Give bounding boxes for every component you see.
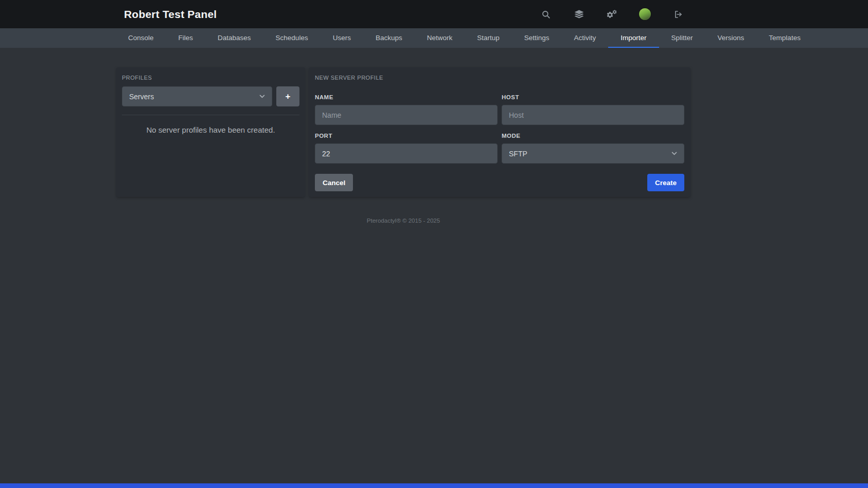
new-profile-form: NAME HOST PORT MODE SFTP xyxy=(315,94,684,164)
chevron-down-icon xyxy=(671,152,677,155)
name-input[interactable] xyxy=(315,105,498,125)
create-button[interactable]: Create xyxy=(647,174,684,191)
host-label: HOST xyxy=(502,94,684,100)
tab-splitter[interactable]: Splitter xyxy=(659,28,705,48)
plus-icon: + xyxy=(286,92,291,102)
layers-icon[interactable] xyxy=(573,9,584,20)
mode-select-value: SFTP xyxy=(509,150,527,158)
tab-importer[interactable]: Importer xyxy=(608,28,659,48)
tab-templates[interactable]: Templates xyxy=(756,28,807,48)
empty-profiles-message: No server profiles have been created. xyxy=(122,125,299,134)
tab-users[interactable]: Users xyxy=(321,28,363,48)
nav-tabs: Console Files Databases Schedules Users … xyxy=(116,28,807,48)
tab-backups[interactable]: Backups xyxy=(363,28,415,48)
tab-console[interactable]: Console xyxy=(116,28,166,48)
add-profile-button[interactable]: + xyxy=(276,86,299,106)
profiles-select[interactable]: Servers xyxy=(122,86,272,106)
tab-settings[interactable]: Settings xyxy=(512,28,562,48)
port-field-group: PORT xyxy=(315,133,498,164)
form-buttons-row: Cancel Create xyxy=(315,174,684,191)
port-input[interactable] xyxy=(315,143,498,164)
sign-out-icon[interactable] xyxy=(672,9,684,20)
tab-network[interactable]: Network xyxy=(415,28,465,48)
search-icon[interactable] xyxy=(540,9,552,20)
cancel-button[interactable]: Cancel xyxy=(315,174,353,191)
new-profile-card-title: NEW SERVER PROFILE xyxy=(315,75,684,81)
mode-label: MODE xyxy=(502,133,684,139)
host-input[interactable] xyxy=(502,105,684,125)
new-server-profile-card: NEW SERVER PROFILE NAME HOST PORT MODE S… xyxy=(309,67,690,197)
profiles-select-row: Servers + xyxy=(122,86,299,106)
name-field-group: NAME xyxy=(315,94,498,125)
profiles-card: PROFILES Servers + No server profiles ha… xyxy=(116,67,305,197)
mode-select[interactable]: SFTP xyxy=(502,143,684,164)
footer-copyright: Pterodactyl® © 2015 - 2025 xyxy=(0,218,807,224)
port-label: PORT xyxy=(315,133,498,139)
profiles-select-value: Servers xyxy=(129,93,154,101)
user-avatar[interactable] xyxy=(639,8,651,20)
tab-schedules[interactable]: Schedules xyxy=(263,28,321,48)
sub-navigation: Console Files Databases Schedules Users … xyxy=(0,28,868,48)
divider xyxy=(122,115,299,115)
profiles-card-title: PROFILES xyxy=(122,75,299,81)
header-icons xyxy=(540,0,684,28)
tab-startup[interactable]: Startup xyxy=(465,28,512,48)
mode-field-group: MODE SFTP xyxy=(502,133,684,164)
panel-title: Robert Test Panel xyxy=(124,8,217,21)
tab-activity[interactable]: Activity xyxy=(562,28,609,48)
header-bar: Robert Test Panel xyxy=(0,0,868,28)
bottom-accent-bar xyxy=(0,483,868,488)
name-label: NAME xyxy=(315,94,498,100)
host-field-group: HOST xyxy=(502,94,684,125)
tab-databases[interactable]: Databases xyxy=(205,28,263,48)
tab-versions[interactable]: Versions xyxy=(705,28,757,48)
gears-icon[interactable] xyxy=(606,9,617,20)
tab-files[interactable]: Files xyxy=(166,28,206,48)
chevron-down-icon xyxy=(259,95,265,98)
